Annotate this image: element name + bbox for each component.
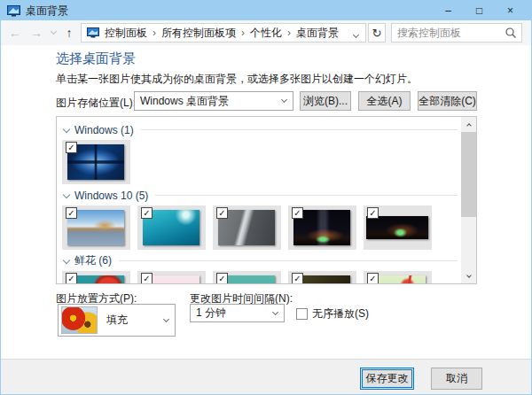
wallpaper-checkbox[interactable]: ✓ — [141, 273, 153, 283]
tile-row: ✓ — [62, 140, 461, 184]
refresh-icon: ↻ — [372, 27, 382, 40]
breadcrumb-item[interactable]: 桌面背景 — [294, 26, 340, 41]
shuffle-label: 无序播放(S) — [312, 306, 369, 321]
group-divider — [119, 260, 458, 261]
wallpaper-thumbnail-underwater[interactable]: ✓ — [137, 205, 206, 250]
search-box — [391, 23, 522, 43]
chevron-down-icon — [281, 97, 287, 103]
collapse-chevron-icon — [63, 125, 70, 132]
group-header[interactable]: Windows 10 (5) — [62, 187, 459, 204]
wallpaper-checkbox[interactable]: ✓ — [292, 207, 303, 219]
group-title: 鲜花 (6) — [74, 253, 112, 268]
page-title: 选择桌面背景 — [56, 50, 136, 67]
shuffle-checkbox[interactable] — [296, 308, 308, 320]
breadcrumb-item[interactable]: 控制面板 — [103, 26, 149, 41]
wallpaper-thumbnail-windows-hero[interactable]: ✓ — [62, 140, 130, 184]
wallpaper-gallery: Windows (1)✓Windows 10 (5)✓✓✓✓✓鲜花 (6)✓✓✓… — [57, 117, 461, 283]
picture-location-label: 图片存储位置(L): — [56, 93, 136, 112]
chevron-down-icon — [272, 308, 278, 314]
tile-row: ✓✓✓✓✓ — [62, 205, 461, 250]
navigation-toolbar: ← → ↑ 控制面板›所有控制面板项›个性化›桌面背景 ↻ — [1, 20, 531, 45]
change-interval-select[interactable]: 1 分钟 — [190, 304, 285, 322]
picture-position-preview — [61, 306, 98, 334]
forward-button-icon[interactable]: → — [26, 20, 47, 45]
minimize-button[interactable]: – — [433, 1, 464, 20]
wallpaper-thumbnail-flower-poppy[interactable]: ✓ — [364, 271, 432, 283]
group-header[interactable]: 鲜花 (6) — [62, 252, 459, 269]
save-changes-button[interactable]: 保存更改 — [360, 368, 414, 390]
scrollbar-thumb[interactable] — [461, 132, 476, 217]
group-header[interactable]: Windows (1) — [62, 121, 459, 138]
chevron-down-icon — [163, 315, 169, 321]
tile-row: ✓✓✓✓✓ — [62, 271, 461, 283]
search-icon[interactable] — [504, 26, 518, 40]
up-button-icon[interactable]: ↑ — [59, 20, 79, 45]
scroll-up-icon[interactable] — [461, 117, 476, 132]
picture-location-select[interactable]: Windows 桌面背景 — [134, 91, 293, 111]
footer-bar: 保存更改 取消 — [1, 359, 531, 395]
breadcrumb-separator-icon: › — [149, 27, 160, 39]
search-input[interactable] — [392, 27, 504, 39]
wallpaper-checkbox[interactable]: ✓ — [216, 273, 228, 283]
desktop-background-window: 桌面背景 – □ × ← → ↑ 控制面板›所有控制面板项›个性化›桌面背景 ↻ — [0, 0, 532, 395]
group-divider — [155, 195, 458, 196]
window-controls: – □ × — [433, 1, 526, 20]
wallpaper-thumbnail-flower-koi[interactable]: ✓ — [62, 271, 130, 283]
page-subtitle: 单击某一张图片使其成为你的桌面背景，或选择多张图片以创建一个幻灯片。 — [56, 72, 418, 87]
wallpaper-checkbox[interactable]: ✓ — [367, 207, 379, 219]
wallpaper-checkbox[interactable]: ✓ — [216, 207, 228, 219]
titlebar: 桌面背景 – □ × — [1, 1, 531, 20]
refresh-button[interactable]: ↻ — [368, 23, 386, 43]
wallpaper-checkbox[interactable]: ✓ — [66, 207, 77, 219]
wallpaper-thumbnail-night-tent[interactable]: ✓ — [288, 205, 356, 250]
maximize-button[interactable]: □ — [464, 1, 495, 20]
change-interval-value: 1 分钟 — [196, 306, 226, 321]
wallpaper-checkbox[interactable]: ✓ — [292, 273, 303, 283]
location-icon — [87, 27, 99, 38]
scroll-down-icon[interactable] — [461, 268, 476, 283]
wallpaper-thumbnail-flower-teal[interactable]: ✓ — [213, 271, 281, 283]
browse-button[interactable]: 浏览(B)... — [300, 91, 351, 111]
wallpaper-checkbox[interactable]: ✓ — [66, 142, 77, 153]
main-content: 选择桌面背景 单击某一张图片使其成为你的桌面背景，或选择多张图片以创建一个幻灯片… — [1, 45, 531, 359]
breadcrumb: 控制面板›所有控制面板项›个性化›桌面背景 — [103, 26, 350, 41]
wallpaper-thumbnail-cliff[interactable]: ✓ — [213, 205, 281, 250]
breadcrumb-item[interactable]: 个性化 — [248, 26, 284, 41]
wallpaper-image-night-panorama — [366, 216, 428, 239]
wallpaper-checkbox[interactable]: ✓ — [141, 207, 153, 219]
wallpaper-thumbnail-night-panorama[interactable]: ✓ — [364, 205, 432, 250]
collapse-chevron-icon — [63, 190, 70, 198]
clear-all-button[interactable]: 全部清除(C) — [418, 91, 477, 111]
address-bar[interactable]: 控制面板›所有控制面板项›个性化›桌面背景 — [81, 23, 366, 43]
close-button[interactable]: × — [495, 1, 526, 20]
desktop-background-app-icon — [7, 5, 20, 17]
breadcrumb-separator-icon: › — [284, 27, 294, 39]
wallpaper-checkbox[interactable]: ✓ — [367, 273, 379, 283]
wallpaper-thumbnail-flower-petals[interactable]: ✓ — [137, 271, 206, 283]
wallpaper-thumbnail-beach[interactable]: ✓ — [62, 205, 130, 250]
history-dropdown-icon[interactable] — [47, 20, 59, 45]
group-title: Windows 10 (5) — [74, 190, 148, 202]
breadcrumb-item[interactable]: 所有控制面板项 — [160, 26, 238, 41]
vertical-scrollbar[interactable] — [461, 117, 476, 283]
wallpaper-checkbox[interactable]: ✓ — [66, 273, 77, 283]
select-all-button[interactable]: 全选(A) — [358, 91, 411, 111]
back-button-icon[interactable]: ← — [4, 20, 26, 45]
wallpaper-list: Windows (1)✓Windows 10 (5)✓✓✓✓✓鲜花 (6)✓✓✓… — [56, 116, 477, 284]
shuffle-option: 无序播放(S) — [296, 306, 369, 321]
window-title: 桌面背景 — [26, 4, 68, 19]
group-title: Windows (1) — [74, 124, 134, 136]
address-dropdown-icon[interactable] — [350, 25, 362, 41]
picture-location-value: Windows 桌面背景 — [140, 94, 229, 109]
breadcrumb-separator-icon: › — [238, 27, 248, 39]
picture-position-select[interactable]: 填充 — [58, 304, 176, 337]
collapse-chevron-icon — [63, 256, 70, 263]
picture-position-value: 填充 — [106, 313, 128, 328]
wallpaper-thumbnail-flower-dark[interactable]: ✓ — [288, 271, 356, 283]
cancel-button[interactable]: 取消 — [431, 368, 482, 390]
group-divider — [141, 129, 458, 130]
